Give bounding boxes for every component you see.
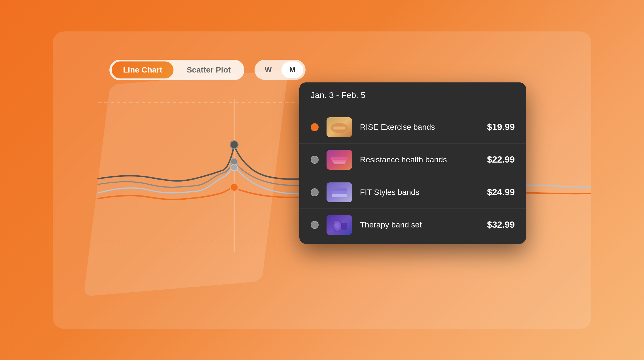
svg-point-8: [231, 164, 238, 171]
item-price-resistance: $22.99: [469, 154, 515, 165]
svg-point-9: [230, 183, 238, 191]
svg-rect-17: [334, 162, 345, 164]
item-thumbnail-rise: [327, 117, 352, 137]
period-week[interactable]: W: [257, 61, 280, 78]
item-price-fit: $24.99: [469, 187, 515, 197]
item-thumbnail-therapy: [327, 215, 352, 235]
tooltip-header: Jan. 3 - Feb. 5: [299, 82, 526, 108]
list-item[interactable]: Therapy band set $32.99: [299, 209, 526, 241]
svg-rect-20: [332, 191, 347, 194]
period-month[interactable]: M: [281, 61, 304, 78]
svg-rect-26: [341, 223, 347, 230]
item-dot-rise: [311, 123, 319, 131]
item-name-rise: RISE Exercise bands: [360, 123, 461, 132]
item-price-therapy: $32.99: [469, 220, 515, 230]
item-dot-resistance: [311, 156, 319, 164]
item-dot-fit: [311, 188, 319, 196]
tab-line-chart[interactable]: Line Chart: [112, 61, 173, 78]
item-name-resistance: Resistance health bands: [360, 155, 461, 164]
item-name-fit: FIT Styles bands: [360, 188, 461, 197]
svg-rect-19: [332, 188, 347, 191]
tabs-row: Line Chart Scatter Plot W M: [109, 60, 306, 80]
tooltip-date-range: Jan. 3 - Feb. 5: [311, 90, 365, 100]
item-dot-therapy: [311, 221, 319, 229]
period-tabs: W M: [255, 60, 306, 80]
item-name-therapy: Therapy band set: [360, 220, 461, 229]
svg-point-25: [335, 223, 340, 229]
list-item[interactable]: RISE Exercise bands $19.99: [299, 111, 526, 144]
tab-scatter-plot[interactable]: Scatter Plot: [175, 61, 242, 78]
svg-rect-13: [334, 127, 345, 129]
list-item[interactable]: Resistance health bands $22.99: [299, 144, 526, 176]
item-price-rise: $19.99: [469, 122, 515, 132]
chart-type-tabs: Line Chart Scatter Plot: [109, 60, 244, 80]
svg-point-6: [230, 141, 238, 149]
item-thumbnail-resistance: [327, 150, 352, 170]
svg-rect-21: [332, 194, 347, 197]
list-item[interactable]: FIT Styles bands $24.99: [299, 176, 526, 209]
tooltip-items-list: RISE Exercise bands $19.99: [299, 108, 526, 244]
tooltip-card: Jan. 3 - Feb. 5: [299, 82, 526, 244]
item-thumbnail-fit: [327, 182, 352, 202]
main-card: Line Chart Scatter Plot W M Jan. 3 - Feb…: [53, 31, 591, 329]
